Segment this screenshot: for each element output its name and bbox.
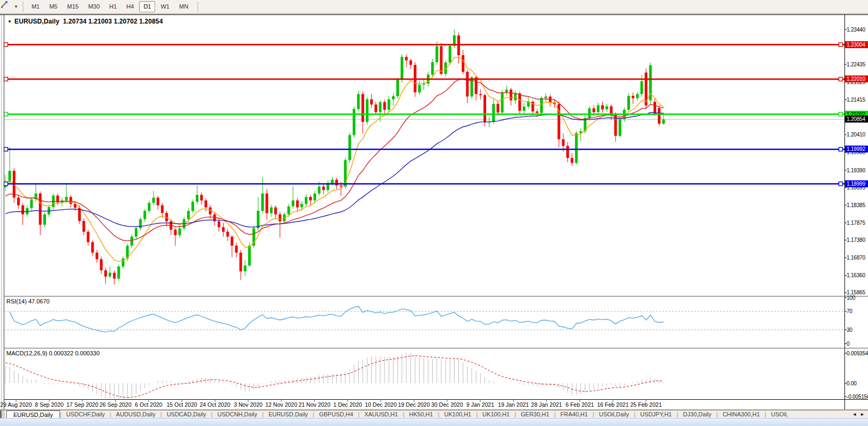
candle-body (235, 246, 238, 253)
rsi-scale-label: 70 (847, 308, 852, 314)
candle-body (65, 197, 68, 201)
candle-body (296, 201, 299, 208)
price-tick-label: 1.21415 (847, 97, 865, 103)
candle-body (505, 89, 508, 92)
price-level-tag: 1.19992 (845, 146, 868, 153)
candle-body (366, 100, 368, 122)
candle-body (244, 265, 247, 271)
chart-tab-china300-h1[interactable]: CHINA300,H1 (718, 410, 765, 418)
candle-body (218, 222, 220, 227)
candle-body (340, 186, 342, 187)
candle-body (130, 237, 133, 246)
ma-line-fast (5, 57, 664, 262)
price-tick-label: 1.16360 (847, 272, 865, 278)
candle-body (204, 201, 207, 208)
candle-body (501, 93, 504, 113)
chart-tab-dj30-daily[interactable]: DJ30,Daily (678, 410, 716, 418)
candle-body (100, 259, 103, 270)
line-handle[interactable] (839, 147, 843, 151)
candle-body (261, 194, 264, 211)
line-handle[interactable] (4, 43, 8, 47)
candle-body (270, 208, 273, 214)
tab-scroll-right-icon[interactable]: ► (860, 412, 865, 417)
chart-tab-hk50-h1[interactable]: HK50,H1 (404, 410, 438, 418)
macd-scale-label: 0.009354 (847, 351, 868, 356)
candle-body (562, 139, 565, 146)
chart-tab-fra40-h1[interactable]: FRA40,H1 (556, 410, 593, 418)
chart-title: ▼EURUSD,Daily 1.20734 1.21003 1.20702 1.… (7, 18, 163, 25)
candle-body (301, 204, 303, 208)
candle-body (135, 229, 137, 237)
line-handle[interactable] (839, 182, 843, 186)
date-label: 21 Nov 2020 (298, 401, 331, 408)
date-label: 6 Feb 2021 (565, 401, 594, 408)
mt4-terminal: ▼ M1M5M15M30H1H4D1W1MN ▼EURUSD,Daily 1.2… (0, 0, 868, 426)
date-label: 8 Sep 2020 (35, 401, 64, 408)
candle-body (291, 201, 294, 207)
chart-menu-arrow-icon[interactable]: ▼ (7, 19, 12, 24)
chart-symbol: EURUSD,Daily (14, 18, 59, 25)
candle-body (309, 197, 312, 201)
candle-body (39, 194, 42, 225)
candle-body (179, 229, 181, 235)
candles (4, 29, 665, 285)
candle-body (104, 270, 107, 277)
chart-tab-usdcnh-daily[interactable]: USDCNH,Daily (212, 410, 262, 418)
candle-body (117, 267, 120, 279)
candle-body (566, 146, 569, 158)
candle-body (383, 102, 386, 110)
chart-tab-eurusd-daily[interactable]: EURUSD,Daily (264, 410, 313, 418)
chart-tab-usoil-[interactable]: USOil, (766, 410, 793, 418)
candle-body (287, 207, 290, 215)
line-handle[interactable] (839, 112, 843, 116)
candle-body (579, 131, 582, 133)
chart-tab-xauusd-h1[interactable]: XAUUSD,H1 (359, 410, 403, 418)
line-handle[interactable] (4, 147, 8, 151)
chart-tab-audusd-daily[interactable]: AUDUSD,Daily (111, 410, 160, 418)
candle-body (43, 215, 46, 225)
candle-body (370, 100, 373, 105)
tab-scroll-left-icon[interactable]: ◄ (852, 412, 857, 417)
chart-tab-eurusd-daily[interactable]: EURUSD,Daily (6, 410, 60, 418)
candle-body (540, 98, 543, 113)
rsi-scale-label: 30 (847, 327, 852, 333)
date-label: 12 Nov 2020 (265, 401, 297, 408)
candle-body (645, 73, 648, 106)
chart-tab-ger30-h1[interactable]: GER30,H1 (516, 410, 554, 418)
price-tick-label: 1.23440 (847, 27, 865, 33)
date-label: 28 Jan 2021 (531, 401, 562, 408)
candle-body (435, 46, 438, 62)
candle-body (21, 206, 24, 215)
candle-body (483, 95, 486, 123)
candle-body (279, 215, 281, 222)
candle-body (143, 211, 146, 219)
tabbar-grip[interactable] (0, 410, 5, 418)
line-handle[interactable] (4, 182, 8, 186)
candle-body (82, 221, 85, 232)
line-handle[interactable] (4, 112, 8, 116)
ma-line-slow (5, 112, 664, 227)
line-handle[interactable] (839, 77, 843, 81)
date-label: 9 Jan 2021 (466, 401, 494, 408)
tab-nav: ◄ ► (852, 410, 868, 418)
chart-tab-usdjpy-h1[interactable]: USDJPY,H1 (635, 410, 677, 418)
candle-body (379, 102, 381, 112)
candle-body (109, 273, 111, 277)
candle-body (222, 227, 225, 232)
chart-tab-uk100-h1[interactable]: UK100,H1 (478, 410, 514, 418)
chart-tab-usoil-daily[interactable]: USOil,Daily (594, 410, 634, 418)
chart-tab-uk100-h1[interactable]: UK100,H1 (439, 410, 476, 418)
line-handle[interactable] (4, 77, 8, 81)
chart-tab-usdcad-daily[interactable]: USDCAD,Daily (162, 410, 211, 418)
candle-body (231, 237, 233, 246)
rsi-line (10, 306, 664, 332)
candle-body (658, 108, 660, 124)
chart-tab-gbpusd-h4[interactable]: GBPUSD,H4 (314, 410, 358, 418)
candle-body (305, 197, 308, 204)
line-handle[interactable] (839, 43, 843, 47)
candle-body (636, 94, 639, 98)
ma-line-mid (5, 79, 664, 241)
price-level-tag: 1.18999 (845, 180, 868, 187)
candle-body (17, 197, 20, 205)
chart-tab-usdchf-daily[interactable]: USDCHF,Daily (62, 410, 110, 418)
